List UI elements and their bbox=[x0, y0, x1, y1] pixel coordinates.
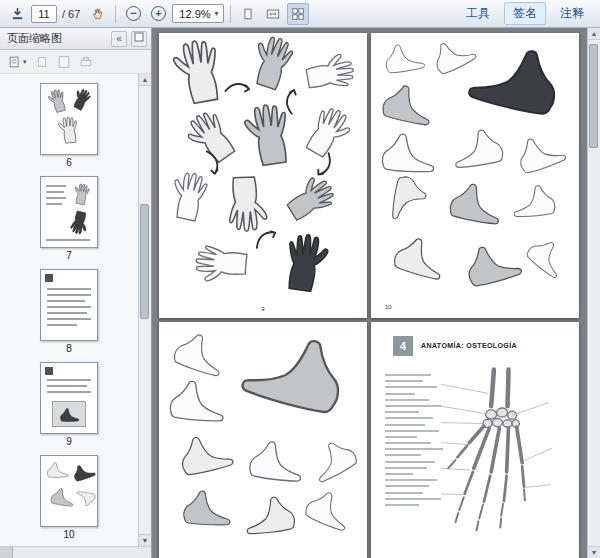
thumbnail-image bbox=[40, 176, 98, 248]
panel-box-icon bbox=[134, 32, 144, 42]
text-line bbox=[47, 300, 85, 302]
text-line bbox=[46, 185, 66, 187]
print-pages-button[interactable] bbox=[77, 53, 95, 71]
label-line bbox=[385, 473, 413, 475]
label-line bbox=[385, 442, 431, 444]
foot-sketch bbox=[304, 432, 364, 486]
foot-sketch bbox=[521, 230, 574, 281]
foot-sketch bbox=[171, 428, 236, 479]
resize-handle[interactable] bbox=[0, 547, 13, 558]
text-line bbox=[47, 294, 91, 296]
scroll-up-icon[interactable]: ▲ bbox=[588, 28, 600, 40]
text-line bbox=[47, 385, 87, 387]
pdf-page-hands: 9 bbox=[159, 33, 367, 318]
vertical-scrollbar[interactable]: ▲ ▼ bbox=[587, 28, 600, 558]
thumbnails-panel: 页面缩略图 « ▾ bbox=[0, 28, 152, 558]
pdf-page-feet-studies bbox=[159, 322, 367, 558]
save-button[interactable] bbox=[6, 3, 28, 25]
zoom-in-button[interactable]: + bbox=[147, 3, 169, 25]
thumbnail-page-number: 10 bbox=[63, 529, 74, 540]
toolbar-separator bbox=[230, 5, 231, 23]
scroll-down-icon[interactable]: ▼ bbox=[588, 546, 600, 558]
page-number-input[interactable] bbox=[31, 5, 57, 23]
four-page-view-button[interactable] bbox=[287, 3, 309, 25]
hand-sketch bbox=[54, 115, 82, 145]
page-thumbnail-10[interactable]: 10 bbox=[40, 455, 98, 540]
page-thumbnail-6[interactable]: 6 bbox=[40, 83, 98, 168]
hand-sketch bbox=[277, 165, 344, 231]
foot-sketch bbox=[386, 230, 451, 283]
foot-sketch bbox=[375, 79, 439, 129]
thumbnail-page-number: 7 bbox=[66, 250, 72, 261]
text-line bbox=[46, 197, 66, 199]
sidebar-scroll-thumb[interactable] bbox=[140, 204, 149, 319]
thumbnail-image bbox=[40, 83, 98, 155]
zoom-level-select[interactable]: 12.9% ▾ bbox=[172, 4, 223, 23]
hand-tool-button[interactable] bbox=[87, 3, 109, 25]
hand-sketch bbox=[301, 45, 358, 99]
text-line bbox=[46, 191, 64, 193]
sign-menu-button[interactable]: 签名 bbox=[504, 2, 546, 25]
text-line bbox=[47, 312, 87, 314]
hand-sketch bbox=[67, 85, 95, 114]
text-line bbox=[47, 324, 77, 326]
foot-sketch bbox=[58, 408, 80, 422]
chevron-down-icon: ▾ bbox=[215, 9, 219, 18]
foot-sketch bbox=[448, 124, 510, 171]
chapter-chip bbox=[45, 274, 53, 282]
hand-sketch bbox=[69, 181, 93, 207]
single-page-view-button[interactable] bbox=[237, 3, 259, 25]
panel-options-button[interactable] bbox=[131, 31, 147, 47]
scroll-up-icon[interactable]: ▲ bbox=[139, 74, 151, 86]
printer-icon bbox=[79, 55, 93, 69]
foot-sketch bbox=[241, 492, 302, 537]
page-thumbnail-9[interactable]: 9 bbox=[40, 362, 98, 447]
text-line bbox=[47, 288, 91, 290]
chapter-number-box: 4 bbox=[393, 336, 413, 356]
page-thumbnail-7[interactable]: 7 bbox=[40, 176, 98, 261]
thumbnail-image bbox=[40, 362, 98, 434]
arrow-annotation bbox=[201, 149, 223, 177]
scroll-down-icon[interactable]: ▼ bbox=[139, 534, 151, 546]
foot-sketch bbox=[461, 37, 574, 121]
toolbar-right-links: 工具 签名 注释 bbox=[458, 2, 594, 25]
foot-sketch bbox=[234, 322, 362, 428]
text-line bbox=[47, 306, 91, 308]
foot-sketch bbox=[298, 483, 358, 534]
hand-sketch bbox=[66, 209, 93, 238]
sidebar-scrollbar[interactable]: ▲ ▼ bbox=[138, 74, 151, 546]
foot-sketch bbox=[379, 40, 427, 76]
foot-sketch bbox=[178, 488, 234, 528]
foot-sketch bbox=[69, 461, 97, 484]
fit-width-button[interactable] bbox=[262, 3, 284, 25]
comment-menu-button[interactable]: 注释 bbox=[552, 3, 592, 24]
label-line bbox=[385, 467, 427, 469]
reduce-thumbnails-button[interactable] bbox=[33, 53, 51, 71]
thumbnail-options-button[interactable]: ▾ bbox=[6, 53, 29, 71]
fit-width-icon bbox=[266, 7, 280, 21]
viewer-body: 页面缩略图 « ▾ bbox=[0, 28, 600, 558]
hand-sketch bbox=[220, 174, 276, 234]
large-page-icon bbox=[57, 55, 71, 69]
foot-sketch bbox=[74, 490, 98, 508]
text-line bbox=[46, 239, 90, 241]
hand-sketch bbox=[191, 231, 250, 299]
label-line bbox=[385, 430, 439, 432]
content-scroll-thumb[interactable] bbox=[589, 44, 598, 148]
page-spread: 9 10 bbox=[159, 33, 587, 558]
foot-sketch bbox=[163, 377, 229, 425]
tools-menu-button[interactable]: 工具 bbox=[458, 3, 498, 24]
text-line bbox=[46, 203, 62, 205]
collapse-panel-button[interactable]: « bbox=[111, 31, 127, 47]
zoom-out-button[interactable]: − bbox=[122, 3, 144, 25]
zoom-in-icon: + bbox=[151, 6, 166, 21]
thumbnail-image bbox=[40, 269, 98, 341]
enlarge-thumbnails-button[interactable] bbox=[55, 53, 73, 71]
document-canvas[interactable]: 9 10 bbox=[152, 28, 587, 558]
thumbnails-toolbar: ▾ bbox=[0, 50, 151, 74]
hand-sketch bbox=[275, 229, 339, 296]
page-thumbnail-8[interactable]: 8 bbox=[40, 269, 98, 354]
foot-sketch bbox=[457, 236, 525, 291]
foot-sketch bbox=[389, 170, 431, 225]
toolbar-separator bbox=[115, 5, 116, 23]
